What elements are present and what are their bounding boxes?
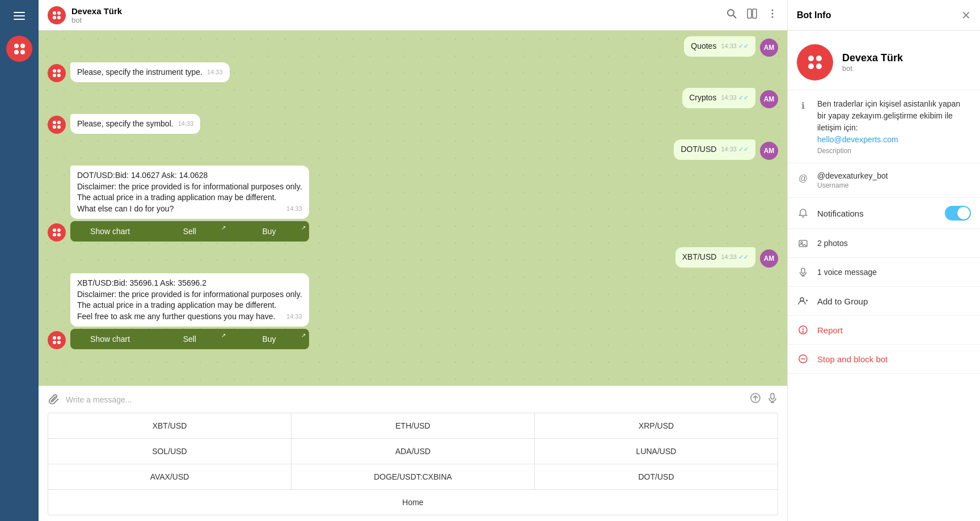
notifications-label: Notifications — [817, 209, 937, 218]
message-text: Quotes — [691, 41, 716, 50]
header-icons — [726, 8, 778, 22]
username-value: @devexaturkey_bot — [817, 171, 888, 180]
bot-info-content: ℹ Ben traderlar için kişisel asistanlık … — [788, 90, 980, 521]
bot-info-header: Bot Info ✕ — [788, 0, 980, 31]
user-bubble: Cryptos 14:33 ✓✓ — [682, 88, 755, 108]
quick-btn-luna-usd[interactable]: LUNA/USD — [535, 439, 778, 464]
user-avatar: AM — [760, 249, 778, 268]
sell-button-1[interactable]: Sell ↗ — [150, 221, 229, 242]
message-time: 14:33 — [207, 68, 223, 77]
photos-icon — [797, 237, 809, 249]
stop-and-block-label: Stop and block bot — [817, 354, 888, 364]
bot-name: Devexa Türk — [842, 52, 903, 64]
sell-button-2[interactable]: Sell ↗ — [150, 329, 229, 349]
send-schedule-icon[interactable] — [750, 392, 761, 406]
table-row: Cryptos 14:33 ✓✓ AM — [48, 88, 778, 108]
message-text: DOT/USD:Bid: 14.0627 Ask: 14.0628 Discla… — [77, 171, 302, 213]
bot-avatar — [48, 331, 66, 349]
action-buttons-1: Show chart Sell ↗ Buy ↗ — [70, 221, 309, 242]
notifications-toggle[interactable] — [945, 206, 971, 221]
search-icon[interactable] — [726, 8, 737, 22]
quick-btn-xrp-usd[interactable]: XRP/USD — [535, 413, 778, 438]
quick-btn-dot-usd[interactable]: DOT/USD — [535, 464, 778, 489]
buy-button-2[interactable]: Buy ↗ — [229, 329, 309, 349]
svg-point-16 — [801, 242, 802, 244]
attach-icon[interactable] — [48, 392, 60, 407]
message-input[interactable] — [66, 395, 744, 404]
message-time: 14:33 ✓✓ — [721, 253, 749, 261]
username-label: Username — [817, 181, 888, 189]
photos-label: 2 photos — [817, 239, 971, 248]
quick-btn-eth-usd[interactable]: ETH/USD — [292, 413, 534, 438]
svg-rect-1 — [14, 15, 25, 16]
username-section: @ @devexaturkey_bot Username — [788, 163, 980, 198]
stop-icon — [797, 353, 809, 365]
close-button[interactable]: ✕ — [961, 9, 971, 22]
chat-header-name: Devexa Türk — [71, 6, 720, 16]
photos-row[interactable]: 2 photos — [788, 229, 980, 258]
chat-header-status: bot — [71, 16, 720, 24]
user-avatar: AM — [760, 90, 778, 108]
svg-point-20 — [800, 298, 804, 301]
buy-button-1[interactable]: Buy ↗ — [229, 221, 309, 242]
show-chart-button-2[interactable]: Show chart — [70, 329, 150, 349]
action-buttons-2: Show chart Sell ↗ Buy ↗ — [70, 329, 309, 349]
bot-profile-info: Devexa Türk bot — [842, 52, 903, 73]
sidebar-avatar[interactable] — [6, 36, 32, 62]
add-to-group-row[interactable]: Add to Group — [788, 287, 980, 316]
message-time: 14:33 ✓✓ — [721, 42, 749, 50]
chat-main: Devexa Türk bot — [39, 0, 787, 521]
quick-btn-doge[interactable]: DOGE/USDT:CXBINA — [292, 464, 534, 489]
stop-block-row[interactable]: Stop and block bot — [788, 345, 980, 374]
menu-button[interactable] — [9, 6, 29, 29]
message-time: 14:33 — [178, 120, 194, 128]
buy-arrow-icon: ↗ — [301, 225, 306, 231]
quick-btn-home[interactable]: Home — [48, 490, 778, 515]
buy-arrow-icon-2: ↗ — [301, 332, 306, 338]
microphone-icon[interactable] — [767, 392, 778, 406]
more-icon[interactable] — [767, 8, 778, 22]
microphone-icon-panel — [797, 266, 809, 278]
svg-line-4 — [733, 15, 736, 18]
description-text: Ben traderlar için kişisel asistanlık ya… — [817, 98, 971, 155]
messages-list: Quotes 14:33 ✓✓ AM Please, specify the i… — [48, 36, 778, 353]
svg-rect-17 — [801, 268, 805, 273]
bot-bubble: DOT/USD:Bid: 14.0627 Ask: 14.0628 Discla… — [70, 166, 309, 219]
table-row: DOT/USD 14:33 ✓✓ AM — [48, 139, 778, 160]
message-time: 14:33 ✓✓ — [721, 94, 749, 102]
chat-body: Quotes 14:33 ✓✓ AM Please, specify the i… — [39, 31, 787, 386]
svg-rect-6 — [753, 9, 757, 18]
quick-btn-sol-usd[interactable]: SOL/USD — [48, 439, 291, 464]
message-time: 14:33 ✓✓ — [721, 145, 749, 154]
report-row[interactable]: Report — [788, 316, 980, 345]
voice-row[interactable]: 1 voice message — [788, 258, 980, 287]
table-row: XBT/USD 14:33 ✓✓ AM — [48, 247, 778, 268]
bot-bubble: XBT/USD:Bid: 35696.1 Ask: 35696.2 Discla… — [70, 273, 309, 327]
table-row: DOT/USD:Bid: 14.0627 Ask: 14.0628 Discla… — [48, 166, 778, 242]
sidebar — [0, 0, 39, 521]
bot-avatar-large — [797, 44, 833, 81]
chat-header: Devexa Türk bot — [39, 0, 787, 31]
bot-type: bot — [842, 64, 903, 73]
message-text: Please, specify the symbol. — [77, 119, 174, 128]
table-row: Please, specify the instrument type. 14:… — [48, 62, 778, 83]
quick-btn-xbt-usd[interactable]: XBT/USD — [48, 413, 291, 438]
svg-rect-12 — [771, 393, 774, 399]
message-time: 14:33 — [286, 312, 302, 321]
chat-input-area: XBT/USD ETH/USD XRP/USD SOL/USD ADA/USD … — [39, 386, 787, 521]
report-icon — [797, 324, 809, 336]
bot-profile: Devexa Türk bot — [788, 31, 980, 90]
svg-point-7 — [772, 10, 774, 11]
columns-icon[interactable] — [746, 8, 758, 22]
quick-btn-ada-usd[interactable]: ADA/USD — [292, 439, 534, 464]
toggle-knob — [957, 207, 970, 219]
notifications-row: Notifications — [788, 198, 980, 229]
svg-rect-5 — [747, 9, 751, 18]
quick-btn-avax-usd[interactable]: AVAX/USD — [48, 464, 291, 489]
show-chart-button-1[interactable]: Show chart — [70, 221, 150, 242]
username-icon: @ — [797, 172, 809, 185]
username-info: @devexaturkey_bot Username — [817, 171, 888, 189]
message-text: Please, specify the instrument type. — [77, 67, 202, 77]
email-link[interactable]: hello@devexperts.com — [817, 135, 898, 144]
user-bubble: DOT/USD 14:33 ✓✓ — [674, 139, 755, 160]
